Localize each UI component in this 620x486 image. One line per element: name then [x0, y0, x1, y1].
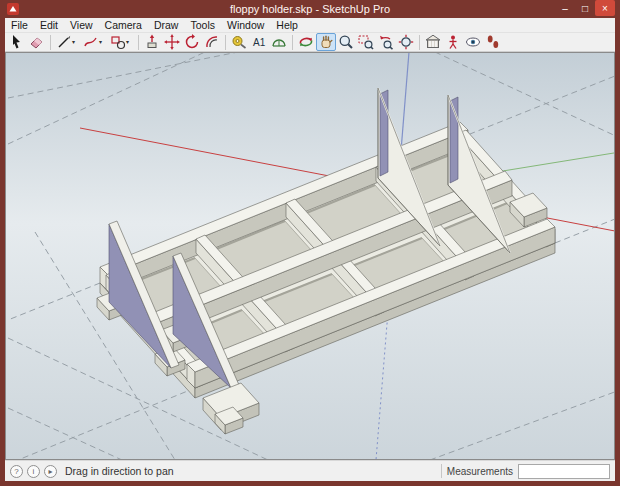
- measurements-field[interactable]: [518, 464, 610, 479]
- tape-measure-tool-button[interactable]: [229, 33, 249, 51]
- standard-views-tool-button[interactable]: [423, 33, 443, 51]
- line-icon: [56, 34, 72, 50]
- position-camera-icon: [445, 34, 461, 50]
- window-title: floppy holder.skp - SketchUp Pro: [5, 0, 615, 18]
- toolbar-separator: [419, 35, 420, 50]
- sketchup-window: floppy holder.skp - SketchUp Pro – □ × F…: [0, 0, 620, 486]
- eraser-icon: [29, 34, 45, 50]
- move-tool-button[interactable]: [162, 33, 182, 51]
- pan-tool-button[interactable]: [316, 33, 336, 51]
- eraser-tool-button[interactable]: [27, 33, 47, 51]
- look-around-icon: [465, 34, 481, 50]
- chevron-down-icon[interactable]: ▾: [99, 39, 102, 45]
- measurements-area: Measurements: [441, 464, 610, 479]
- rotate-icon: [184, 34, 200, 50]
- menu-help[interactable]: Help: [270, 18, 304, 33]
- menu-edit[interactable]: Edit: [34, 18, 64, 33]
- 3d-viewport-canvas[interactable]: [5, 52, 615, 460]
- offset-tool-button[interactable]: [202, 33, 222, 51]
- toolbar: ▾ ▾ ▾ A1: [5, 33, 615, 52]
- standard-views-icon: [425, 34, 441, 50]
- measurements-label: Measurements: [447, 466, 513, 477]
- menu-file[interactable]: File: [5, 18, 34, 33]
- zoom-extents-icon: [398, 34, 414, 50]
- menu-view[interactable]: View: [64, 18, 99, 33]
- tape-measure-icon: [231, 34, 247, 50]
- push-pull-tool-button[interactable]: [142, 33, 162, 51]
- look-around-tool-button[interactable]: [463, 33, 483, 51]
- line-tool-button[interactable]: ▾: [54, 33, 81, 51]
- minimize-button[interactable]: –: [555, 0, 575, 16]
- zoom-icon: [338, 34, 354, 50]
- offset-icon: [204, 34, 220, 50]
- shapes-tool-button[interactable]: ▾: [108, 33, 135, 51]
- walk-tool-button[interactable]: [483, 33, 503, 51]
- walk-icon: [485, 34, 501, 50]
- statusbar: ? i ▸ Drag in direction to pan Measureme…: [5, 460, 615, 481]
- select-icon: [9, 34, 25, 50]
- titlebar: floppy holder.skp - SketchUp Pro – □ ×: [5, 0, 615, 18]
- context-icon[interactable]: ▸: [44, 465, 57, 478]
- toolbar-separator: [50, 35, 51, 50]
- freehand-tool-button[interactable]: ▾: [81, 33, 108, 51]
- viewport: [5, 52, 615, 460]
- orbit-tool-button[interactable]: [296, 33, 316, 51]
- chevron-down-icon[interactable]: ▾: [72, 39, 75, 45]
- help-icon[interactable]: ?: [10, 465, 23, 478]
- move-icon: [164, 34, 180, 50]
- dimensions-tool-button[interactable]: A1: [249, 33, 269, 51]
- protractor-tool-button[interactable]: [269, 33, 289, 51]
- window-controls: – □ ×: [555, 0, 615, 18]
- rotate-tool-button[interactable]: [182, 33, 202, 51]
- previous-view-tool-button[interactable]: [376, 33, 396, 51]
- zoom-window-tool-button[interactable]: [356, 33, 376, 51]
- pan-hand-icon: [318, 34, 334, 50]
- toolbar-separator: [138, 35, 139, 50]
- orbit-icon: [298, 34, 314, 50]
- menu-tools[interactable]: Tools: [184, 18, 221, 33]
- push-pull-icon: [144, 34, 160, 50]
- position-camera-tool-button[interactable]: [443, 33, 463, 51]
- status-divider: [441, 464, 442, 478]
- svg-text:A1: A1: [253, 37, 266, 48]
- menubar: File Edit View Camera Draw Tools Window …: [5, 18, 615, 33]
- close-button[interactable]: ×: [595, 0, 615, 16]
- chevron-down-icon[interactable]: ▾: [126, 39, 129, 45]
- menu-camera[interactable]: Camera: [99, 18, 148, 33]
- select-tool-button[interactable]: [7, 33, 27, 51]
- toolbar-separator: [292, 35, 293, 50]
- freehand-icon: [83, 34, 99, 50]
- menu-window[interactable]: Window: [221, 18, 270, 33]
- dimensions-icon: A1: [251, 34, 267, 50]
- protractor-icon: [271, 34, 287, 50]
- maximize-button[interactable]: □: [575, 0, 595, 16]
- menu-draw[interactable]: Draw: [148, 18, 185, 33]
- info-icon[interactable]: i: [27, 465, 40, 478]
- zoom-window-icon: [358, 34, 374, 50]
- previous-view-icon: [378, 34, 394, 50]
- zoom-tool-button[interactable]: [336, 33, 356, 51]
- status-hint: Drag in direction to pan: [65, 465, 174, 477]
- zoom-extents-tool-button[interactable]: [396, 33, 416, 51]
- app-icon: [7, 3, 19, 15]
- toolbar-separator: [225, 35, 226, 50]
- shapes-icon: [110, 34, 126, 50]
